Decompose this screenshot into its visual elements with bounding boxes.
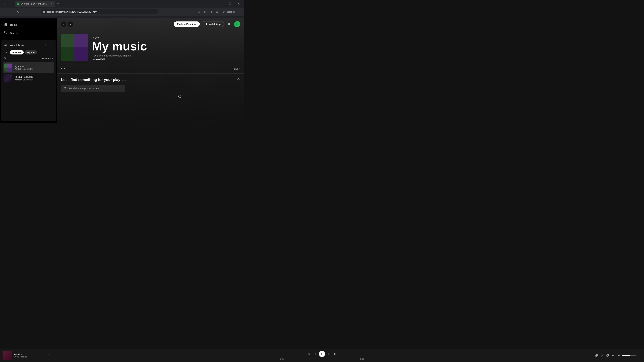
home-icon: [4, 22, 8, 27]
incognito-label: Incognito: [226, 10, 235, 13]
browser-tab-active[interactable]: S My music - playlist by Lauren D... ✕: [14, 1, 55, 7]
playlist-description: Play these music while exercising..etc: [92, 54, 240, 57]
top-bar-right: Explore Premium ⬇ Install App L: [174, 21, 240, 27]
window-controls: — ❐ ✕: [218, 1, 242, 7]
close-find-btn[interactable]: ✕: [237, 77, 240, 81]
install-icon: ⬇: [205, 23, 207, 25]
explore-premium-btn[interactable]: Explore Premium: [174, 21, 200, 27]
list-view-btn[interactable]: List ≡: [234, 67, 240, 70]
back-btn[interactable]: ←: [2, 9, 8, 14]
playlist-info: Rock & Roll Music Playlist • Lauren Deli: [14, 76, 53, 81]
home-label: Home: [10, 23, 17, 26]
list-icon: ≡: [239, 67, 240, 70]
download-btn[interactable]: ⬇: [208, 9, 214, 14]
add-library-btn[interactable]: +: [43, 42, 48, 47]
filter-by-you-chip[interactable]: By you: [25, 50, 37, 54]
playlist-thumb: [4, 63, 12, 71]
forward-btn[interactable]: →: [9, 9, 14, 14]
list-item[interactable]: Rock & Roll Music Playlist • Lauren Deli: [3, 73, 54, 84]
action-left: [61, 68, 65, 69]
forward-nav-btn[interactable]: ›: [68, 21, 73, 27]
your-library-btn[interactable]: Your Library: [4, 43, 24, 47]
playlist-info: My music Playlist • Lauren Deli: [14, 65, 53, 70]
address-bar[interactable]: open.spotify.com/playlist/7t1r5Pq1EABHLl…: [40, 9, 158, 14]
library-actions: + →: [43, 42, 53, 47]
bookmark-btn[interactable]: ☆: [196, 9, 202, 14]
sidebar-item-search[interactable]: Search: [1, 29, 56, 37]
playlist-title: My music: [92, 40, 240, 52]
cast-btn[interactable]: ▭: [214, 9, 220, 14]
incognito-icon: [222, 10, 225, 13]
install-app-btn[interactable]: ⬇ Install App: [202, 21, 224, 27]
search-songs-input[interactable]: [68, 87, 122, 90]
tab-close-btn[interactable]: ✕: [50, 2, 53, 5]
library-header: Your Library + →: [3, 42, 54, 48]
filter-row: ✕ Playlists By you: [3, 50, 54, 55]
refresh-btn[interactable]: ↻: [16, 9, 21, 14]
back-nav-btn[interactable]: ‹: [61, 21, 66, 27]
library-icon: [4, 43, 8, 47]
url-text: open.spotify.com/playlist/7t1r5Pq1EABHLl…: [46, 10, 97, 13]
filter-playlists-chip[interactable]: Playlists: [10, 50, 24, 54]
playlist-hero: Playlist My music Play these music while…: [57, 30, 244, 65]
playlist-list: My music Playlist • Lauren Deli Rock & R…: [3, 62, 54, 84]
minimize-btn[interactable]: —: [218, 1, 226, 7]
playlist-meta: Playlist • Lauren Deli: [14, 79, 53, 81]
menu-btn[interactable]: ⋮: [237, 9, 242, 14]
tab-forward-btn[interactable]: ›: [8, 1, 13, 6]
tab-back-btn[interactable]: ‹: [2, 1, 7, 6]
playlist-actions: List ≡: [57, 65, 244, 73]
tab-title: My music - playlist by Lauren D...: [21, 3, 48, 5]
library-search-btn[interactable]: [4, 57, 7, 60]
search-sort-row: Recents ≡: [3, 57, 54, 60]
app-layout: Home Search Your Library + →: [0, 18, 244, 123]
filter-close-btn[interactable]: ✕: [4, 50, 9, 55]
expand-library-btn[interactable]: →: [48, 42, 53, 47]
maximize-btn[interactable]: ❐: [226, 1, 234, 7]
playlist-name: My music: [14, 65, 53, 67]
browser-chrome: ‹ › S My music - playlist by Lauren D...…: [0, 0, 244, 18]
main-content: ‹ › Explore Premium ⬇ Install App L: [57, 18, 244, 123]
browser-toolbar: ← → ↻ open.spotify.com/playlist/7t1r5Pq1…: [0, 7, 244, 16]
bell-icon: [228, 22, 231, 26]
search-bar-icon: [64, 87, 66, 90]
hero-info: Playlist My music Play these music while…: [92, 36, 240, 61]
find-section: Let's find something for your playlist ✕: [57, 73, 244, 96]
library-section: Your Library + → ✕ Playlists By you R: [1, 40, 56, 121]
more-options-btn[interactable]: [61, 68, 65, 69]
incognito-badge: Incognito: [220, 9, 236, 14]
browser-titlebar: ‹ › S My music - playlist by Lauren D...…: [0, 0, 244, 7]
close-btn[interactable]: ✕: [235, 1, 242, 7]
sort-icon: ≡: [52, 57, 53, 60]
hero-cover: [61, 34, 88, 61]
find-title: Let's find something for your playlist: [61, 78, 240, 82]
playlist-meta: Playlist • Lauren Deli: [14, 68, 53, 70]
new-tab-btn[interactable]: +: [56, 1, 60, 6]
top-bar: ‹ › Explore Premium ⬇ Install App L: [57, 18, 244, 30]
search-bar[interactable]: [61, 85, 125, 92]
list-label: List: [234, 67, 238, 70]
extension-btn[interactable]: ⊞: [202, 9, 208, 14]
user-avatar[interactable]: L: [234, 21, 240, 27]
bell-btn[interactable]: [226, 21, 232, 27]
recents-sort-btn[interactable]: Recents ≡: [42, 57, 53, 60]
install-label: Install App: [209, 23, 220, 25]
playlist-type-label: Playlist: [92, 36, 240, 39]
recents-label: Recents: [42, 57, 51, 60]
sidebar-item-home[interactable]: Home: [1, 20, 56, 29]
lock-icon: [43, 10, 45, 13]
library-label: Your Library: [10, 43, 24, 46]
playlist-name: Rock & Roll Music: [14, 76, 53, 78]
nav-arrows: ‹ ›: [61, 21, 73, 27]
playlist-author: Lauren Deli: [92, 58, 240, 61]
search-icon: [4, 30, 8, 35]
toolbar-actions: ☆ ⊞ ⬇ ▭ Incognito ⋮: [196, 9, 242, 14]
search-label: Search: [10, 32, 18, 34]
tab-favicon: S: [16, 2, 19, 5]
list-item[interactable]: My music Playlist • Lauren Deli: [3, 62, 54, 73]
sidebar: Home Search Your Library + →: [0, 18, 57, 123]
playlist-thumb: [4, 74, 12, 82]
